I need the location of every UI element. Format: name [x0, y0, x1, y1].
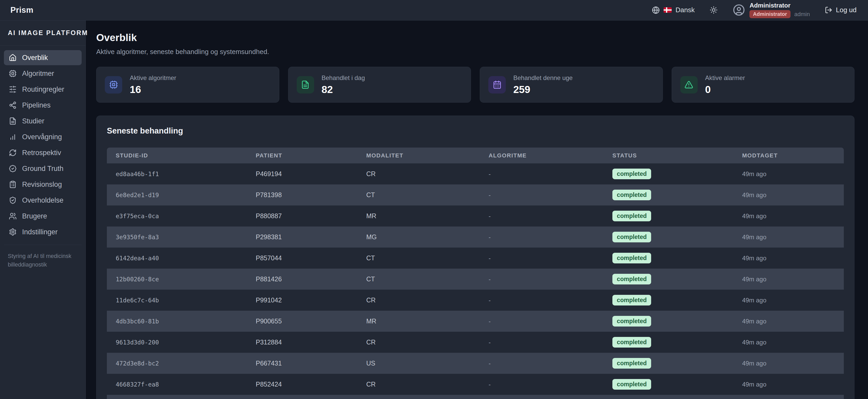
table-row: 4db3bc60-81b P900655 MR - completed 49m … — [107, 311, 844, 332]
sidebar-item-pipelines[interactable]: Pipelines — [4, 98, 82, 113]
globe-icon — [652, 6, 660, 14]
status-badge: completed — [612, 169, 651, 179]
stats-row: Aktive algoritmer 16 Behandlet i dag 82 … — [96, 67, 855, 103]
cell-study-id: 9613d3d0-200 — [107, 332, 247, 353]
sidebar-item-revisionslog[interactable]: Revisionslog — [4, 177, 82, 192]
cell-status: completed — [603, 290, 733, 311]
sidebar-item-overholdelse[interactable]: Overholdelse — [4, 193, 82, 208]
sidebar-item-algoritmer[interactable]: Algoritmer — [4, 66, 82, 81]
sidebar-item-overvgning[interactable]: Overvågning — [4, 129, 82, 144]
cell-patient: P900655 — [247, 311, 357, 332]
column-header-status: STATUS — [603, 147, 733, 163]
cell-received: 49m ago — [733, 374, 844, 395]
cell-received: 49m ago — [733, 205, 844, 227]
cell-study-id: 11de6c7c-64b — [107, 290, 247, 311]
main-content: Overblik Aktive algoritmer, seneste beha… — [86, 21, 868, 399]
cell-modality: CT — [358, 247, 480, 269]
sidebar-item-studier[interactable]: Studier — [4, 113, 82, 129]
sidebar-item-brugere[interactable]: Brugere — [4, 209, 82, 224]
cell-received: 49m ago — [733, 332, 844, 353]
cell-received: 49m ago — [733, 227, 844, 247]
sidebar-item-label: Retrospektiv — [22, 149, 61, 157]
language-selector[interactable]: Dansk — [652, 6, 695, 14]
table-body: ed8aa46b-1f1 P469194 CR - completed 49m … — [107, 163, 844, 399]
sidebar-item-overblik[interactable]: Overblik — [4, 50, 82, 65]
stat-value: 82 — [322, 84, 365, 95]
panel-title: Seneste behandling — [107, 126, 844, 136]
cell-status: completed — [603, 374, 733, 395]
status-badge: completed — [612, 232, 651, 242]
cell-modality: MR — [358, 311, 480, 332]
column-header-patient: PATIENT — [247, 147, 357, 163]
sidebar-item-label: Overblik — [22, 54, 48, 62]
bar-chart-icon — [9, 133, 17, 141]
cpu-icon — [9, 70, 17, 77]
stat-card-aktive-alarmer: Aktive alarmer 0 — [672, 67, 855, 103]
table-row: 3e9350fe-8a3 P298381 MG - completed 49m … — [107, 227, 844, 247]
table-header-row: STUDIE-IDPATIENTMODALITETALGORITMESTATUS… — [107, 147, 844, 163]
stat-label: Behandlet i dag — [322, 74, 365, 81]
sidebar-item-label: Overvågning — [22, 133, 62, 141]
status-badge: completed — [612, 358, 651, 369]
status-badge: completed — [612, 211, 651, 221]
page-title: Overblik — [96, 32, 855, 43]
table-row: 9613d3d0-200 P312884 CR - completed 49m … — [107, 332, 844, 353]
cell-study-id: 12b00260-8ce — [107, 269, 247, 290]
sidebar-item-indstillinger[interactable]: Indstillinger — [4, 225, 82, 239]
cell-algorithm: - — [480, 205, 603, 227]
sidebar-item-label: Overholdelse — [22, 196, 63, 204]
sidebar-title: AI IMAGE PLATFORM — [0, 21, 86, 45]
home-icon — [9, 54, 17, 62]
cell-status: completed — [603, 227, 733, 247]
user-name: Administrator — [749, 2, 810, 9]
cell-patient: P312884 — [247, 332, 357, 353]
stat-label: Aktive alarmer — [705, 74, 745, 81]
users-icon — [9, 212, 17, 220]
language-label: Dansk — [676, 6, 695, 14]
cell-modality: CT — [358, 269, 480, 290]
sidebar-item-retrospektiv[interactable]: Retrospektiv — [4, 145, 82, 160]
logout-button[interactable]: Log ud — [825, 6, 857, 14]
user-menu[interactable]: Administrator Administrator admin — [733, 2, 810, 18]
cell-study-id: 4db3bc60-81b — [107, 311, 247, 332]
status-badge: completed — [612, 379, 651, 390]
role-badge: Administrator — [749, 10, 790, 18]
cell-patient: P667431 — [247, 353, 357, 374]
cell-received: 49m ago — [733, 269, 844, 290]
user-info: Administrator Administrator admin — [749, 2, 810, 18]
stat-value: 16 — [130, 84, 176, 95]
cell-received: 49m ago — [733, 290, 844, 311]
cell-patient: P881426 — [247, 269, 357, 290]
recent-processing-panel: Seneste behandling STUDIE-IDPATIENTMODAL… — [96, 115, 855, 399]
cell-status: completed — [603, 247, 733, 269]
cell-algorithm: - — [480, 227, 603, 247]
cell-study-id: ed8aa46b-1f1 — [107, 163, 247, 185]
cell-algorithm: - — [480, 353, 603, 374]
cell-modality: CR — [358, 163, 480, 185]
cell-modality: CR — [358, 290, 480, 311]
stat-label: Aktive algoritmer — [130, 74, 176, 81]
theme-toggle-button[interactable] — [710, 6, 718, 14]
table-row: e3f75eca-0ca P880887 MR - completed 49m … — [107, 205, 844, 227]
sidebar-item-label: Pipelines — [22, 101, 51, 109]
cell-status: completed — [603, 311, 733, 332]
table-row-partial — [107, 395, 844, 399]
cell-status: completed — [603, 269, 733, 290]
shield-check-icon — [9, 196, 17, 204]
cell-modality: CR — [358, 374, 480, 395]
table-row: 4668327f-ea8 P852424 CR - completed 49m … — [107, 374, 844, 395]
sidebar-item-ground-truth[interactable]: Ground Truth — [4, 161, 82, 176]
sidebar-item-label: Algoritmer — [22, 70, 54, 78]
cell-patient: P880887 — [247, 205, 357, 227]
cell-patient: P781398 — [247, 185, 357, 205]
stat-card-behandlet-denne-uge: Behandlet denne uge 259 — [480, 67, 663, 103]
topbar: Prism Dansk Administrator Administrator … — [0, 0, 868, 21]
user-avatar-icon — [733, 4, 745, 16]
sidebar-item-routingregler[interactable]: Routingregler — [4, 82, 82, 97]
table-row: 11de6c7c-64b P991042 CR - completed 49m … — [107, 290, 844, 311]
file-text-icon — [297, 76, 314, 94]
cell-modality: MR — [358, 205, 480, 227]
stat-card-aktive-algoritmer: Aktive algoritmer 16 — [96, 67, 279, 103]
sidebar-nav: Overblik Algoritmer Routingregler Pipeli… — [0, 45, 86, 240]
status-badge: completed — [612, 274, 651, 285]
